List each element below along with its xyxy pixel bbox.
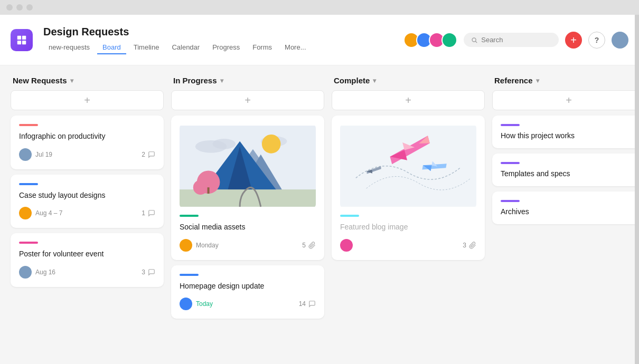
scrollbar-indicator (635, 15, 639, 364)
column-complete: Complete ▾ + (332, 76, 485, 353)
card-homepage: Homepage design update Today 14 (171, 265, 324, 319)
card-meta: Aug 16 (19, 266, 55, 279)
search-input[interactable] (481, 36, 551, 44)
card-avatar (180, 239, 192, 252)
card-meta: Today (180, 298, 213, 310)
card-actions: 3 (463, 242, 476, 249)
card-featured-blog: Featured blog image 3 (332, 116, 485, 260)
window-chrome (0, 0, 639, 15)
ref-card-templates: Templates and specs (492, 154, 639, 186)
app-icon (11, 29, 33, 51)
ref-title: Templates and specs (501, 169, 637, 178)
add-card-complete[interactable]: + (332, 90, 485, 110)
svg-rect-19 (340, 126, 476, 207)
card-date: Today (196, 300, 213, 308)
card-accent (19, 183, 38, 185)
traffic-light-close[interactable] (6, 4, 13, 11)
column-chevron-complete[interactable]: ▾ (373, 77, 376, 84)
comment-count: 14 (299, 300, 306, 308)
card-date: Aug 16 (35, 269, 55, 276)
nav-calendar[interactable]: Calendar (166, 41, 205, 54)
nav-more[interactable]: More... (279, 41, 311, 54)
comment-count: 2 (142, 151, 145, 158)
search-box[interactable] (464, 33, 559, 47)
card-footer: Aug 16 3 (19, 266, 155, 279)
card-accent (19, 242, 38, 244)
card-title: Social media assets (180, 222, 316, 233)
attachment-count: 3 (463, 242, 466, 249)
comment-count: 1 (142, 209, 145, 217)
column-header-in-progress: In Progress ▾ (171, 76, 324, 85)
ref-title: Archives (501, 207, 637, 216)
board: New Requests ▾ + Infographic on producti… (0, 65, 639, 364)
avatar-4[interactable] (441, 32, 457, 48)
card-avatar (180, 298, 192, 310)
add-button[interactable]: + (565, 32, 582, 49)
attachment-icon (308, 242, 316, 249)
card-meta: Aug 4 – 7 (19, 207, 62, 219)
svg-rect-0 (17, 35, 21, 39)
column-title-complete: Complete (334, 76, 370, 85)
card-meta: Jul 19 (19, 148, 52, 161)
card-title: Homepage design update (180, 281, 316, 292)
column-header-reference: Reference ▾ (492, 76, 639, 85)
card-meta (340, 239, 353, 252)
svg-rect-18 (208, 187, 210, 194)
card-meta: Monday (180, 239, 219, 252)
team-avatars (403, 32, 457, 48)
card-infographic: Infographic on productivity Jul 19 2 (11, 116, 164, 169)
card-image-plane (340, 124, 476, 208)
svg-line-5 (475, 41, 477, 43)
card-social-media: Social media assets Monday 5 (171, 116, 324, 260)
attachment-icon (469, 242, 476, 249)
card-actions: 14 (299, 300, 316, 308)
nav-board[interactable]: Board (97, 41, 126, 54)
header: Design Requests new-requests Board Timel… (0, 15, 639, 65)
card-footer: Aug 4 – 7 1 (19, 207, 155, 219)
comment-icon (148, 269, 155, 276)
add-card-in-progress[interactable]: + (171, 90, 324, 110)
card-footer: Monday 5 (180, 239, 316, 252)
card-avatar (19, 207, 32, 219)
header-title-area: Design Requests new-requests Board Timel… (43, 26, 312, 54)
ref-accent (501, 162, 520, 164)
user-avatar[interactable] (612, 32, 628, 49)
app-title: Design Requests (43, 26, 312, 38)
help-button[interactable]: ? (588, 32, 605, 49)
column-chevron-reference[interactable]: ▾ (536, 77, 539, 84)
ref-card-how-it-works: How this project works (492, 116, 639, 148)
card-title: Featured blog image (340, 222, 476, 233)
app-container: Design Requests new-requests Board Timel… (0, 15, 639, 364)
add-card-new-requests[interactable]: + (11, 90, 164, 110)
nav-progress[interactable]: Progress (207, 41, 245, 54)
column-chevron-in-progress[interactable]: ▾ (220, 77, 223, 84)
card-image-mountain (180, 124, 316, 208)
column-chevron-new-requests[interactable]: ▾ (70, 77, 73, 84)
nav-forms[interactable]: Forms (247, 41, 277, 54)
card-actions: 1 (142, 209, 155, 217)
column-new-requests: New Requests ▾ + Infographic on producti… (11, 76, 164, 353)
card-case-study: Case study layout designs Aug 4 – 7 1 (11, 175, 164, 228)
traffic-light-minimize[interactable] (16, 4, 23, 11)
card-title: Poster for volunteer event (19, 249, 155, 260)
ref-card-archives: Archives (492, 191, 639, 224)
comment-icon (148, 151, 155, 158)
column-header-complete: Complete ▾ (332, 76, 485, 85)
card-poster: Poster for volunteer event Aug 16 3 (11, 233, 164, 287)
ref-accent (501, 200, 520, 202)
svg-point-8 (213, 139, 236, 149)
header-right: + ? (403, 32, 628, 49)
comment-count: 3 (142, 269, 145, 276)
card-footer: 3 (340, 239, 476, 252)
nav-list[interactable]: new-requests (43, 41, 95, 54)
svg-point-10 (262, 135, 281, 154)
nav-timeline[interactable]: Timeline (128, 41, 165, 54)
card-avatar (19, 148, 32, 161)
add-card-reference[interactable]: + (492, 90, 639, 110)
svg-point-4 (472, 37, 476, 41)
column-header-new-requests: New Requests ▾ (11, 76, 164, 85)
column-in-progress: In Progress ▾ + (171, 76, 324, 353)
traffic-light-maximize[interactable] (26, 4, 33, 11)
card-accent (19, 124, 38, 126)
card-footer: Today 14 (180, 298, 316, 310)
